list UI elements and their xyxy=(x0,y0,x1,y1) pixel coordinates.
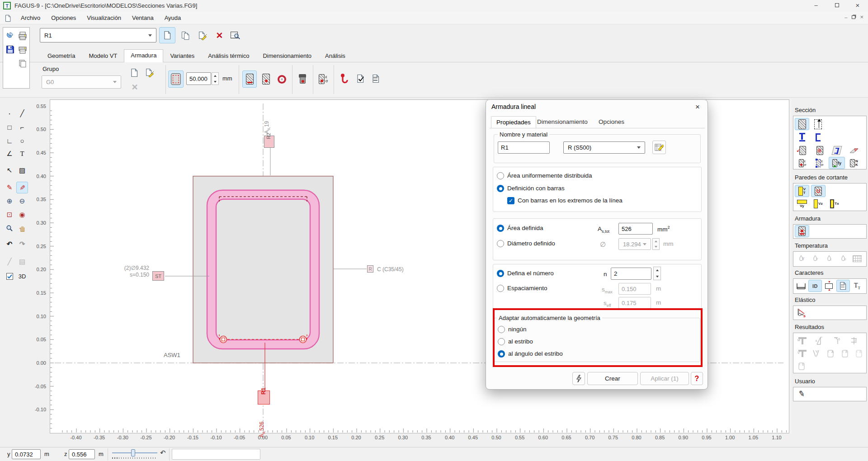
edit-pencil-tool[interactable]: ✎ xyxy=(4,182,15,193)
result-delta2-button[interactable]: δs xyxy=(852,347,866,359)
circle-tool[interactable]: ○ xyxy=(16,135,28,146)
menu-ventana[interactable]: Ventana xyxy=(127,12,159,24)
result-moment-button[interactable]: M xyxy=(794,334,811,347)
redo-button[interactable]: ↷ xyxy=(16,238,28,250)
polyline-tool[interactable]: ∟ xyxy=(4,135,15,146)
section-origin-button[interactable]: ⊕ xyxy=(811,144,828,156)
cover-toggle-button[interactable] xyxy=(168,71,184,88)
tab-armadura[interactable]: Armadura xyxy=(124,49,163,62)
section-rotate-button[interactable] xyxy=(829,144,845,156)
point-tool[interactable]: · xyxy=(4,108,15,119)
temp-table-button[interactable] xyxy=(850,253,864,265)
zoom-extents-tool[interactable] xyxy=(4,222,15,234)
dialog-tab-propiedades[interactable]: Propiedades xyxy=(491,116,536,128)
section-dashed-button[interactable] xyxy=(811,118,825,130)
shear-tx-button[interactable]: Tx xyxy=(827,198,842,210)
select-region-tool[interactable]: ▨ xyxy=(16,165,28,176)
rebar-strain-button[interactable]: εσ xyxy=(316,71,331,88)
radio-area-distribuida[interactable] xyxy=(497,172,504,179)
quick-apply-button[interactable] xyxy=(572,372,585,385)
tab-dimensionamiento[interactable]: Dimensionamiento xyxy=(256,50,318,62)
dialog-tab-dimensionamiento[interactable]: Dimensionamiento xyxy=(532,116,593,128)
strain-state2-button[interactable]: εσ xyxy=(811,157,828,169)
text-tool[interactable]: T xyxy=(16,148,28,160)
section-translate-button[interactable]: ↙ xyxy=(794,144,811,156)
bar-symbol[interactable] xyxy=(300,336,307,343)
maximize-button[interactable] xyxy=(826,0,847,12)
edit-material-button[interactable] xyxy=(652,141,666,154)
result-curvature-button[interactable]: δ xyxy=(829,334,845,347)
temp-eps-button[interactable]: ε xyxy=(822,253,836,265)
zoom-window-tool[interactable]: ⊡ xyxy=(4,209,15,221)
profile-i-button[interactable] xyxy=(795,131,809,143)
group-combo[interactable]: G0 xyxy=(42,75,121,89)
undo-button[interactable]: ↶ xyxy=(4,238,15,250)
user-draw-button[interactable]: ✎ xyxy=(794,388,809,400)
rebar-r2-tag[interactable]: R2 xyxy=(264,136,274,148)
radio-diametro-definido[interactable] xyxy=(497,240,504,247)
radio-defina-numero[interactable] xyxy=(497,270,504,277)
checkbox-barras-extremos[interactable]: ✓ xyxy=(507,197,514,204)
result-delta1-button[interactable]: δs xyxy=(838,347,852,359)
shear-vy-button[interactable]: Vy xyxy=(795,198,809,210)
edit-section-button[interactable] xyxy=(195,28,210,43)
validate-button[interactable] xyxy=(354,71,368,88)
zoom-out-tool[interactable]: ⊖ xyxy=(16,195,28,207)
n-input[interactable] xyxy=(611,268,651,280)
dimension-button[interactable] xyxy=(794,280,808,292)
section-fold-button[interactable] xyxy=(846,144,862,156)
astot-input[interactable] xyxy=(618,223,653,235)
print-preview-button[interactable] xyxy=(17,44,28,55)
section-rect-button[interactable] xyxy=(795,118,809,130)
line-tool[interactable]: ╱ xyxy=(16,108,28,119)
corner-tool[interactable]: ⌐ xyxy=(16,121,28,133)
z-coord-input[interactable] xyxy=(69,449,95,459)
bar-symbol[interactable] xyxy=(220,336,227,343)
radio-area-definida[interactable] xyxy=(497,225,504,232)
aplicar-button[interactable]: Aplicar (1) xyxy=(640,372,689,385)
radio-area-definida-label[interactable]: Área definida xyxy=(507,225,543,231)
clamp-button[interactable]: ▼ ▲ xyxy=(822,280,836,292)
tab-modelo-vt[interactable]: Modelo VT xyxy=(82,50,124,62)
cover-spinner[interactable] xyxy=(212,72,219,85)
material-combo[interactable]: R (S500) xyxy=(563,141,645,154)
measure-tool[interactable]: ╱ xyxy=(4,256,15,268)
values-doc-button[interactable] xyxy=(836,280,850,292)
menu-archivo[interactable]: Archivo xyxy=(15,12,46,24)
temp-sigma-button[interactable]: σ xyxy=(836,253,850,265)
radio-diametro-definido-label[interactable]: Diámetro definido xyxy=(507,240,555,247)
radio-espaciamiento-label[interactable]: Espaciamiento xyxy=(507,285,547,292)
menu-opciones[interactable]: Opciones xyxy=(46,12,81,24)
modify-tool[interactable]: ✎ xyxy=(16,182,28,193)
profile-c-button[interactable] xyxy=(811,131,825,143)
armadura-button[interactable] xyxy=(795,225,809,237)
section-selector-combo[interactable]: R1 xyxy=(40,28,156,42)
material-region-tag[interactable]: R xyxy=(367,265,373,273)
help-button[interactable]: ? xyxy=(691,372,703,385)
menu-ayuda[interactable]: Ayuda xyxy=(159,12,187,24)
minimize-button[interactable]: – xyxy=(806,0,826,12)
status-extra-field[interactable] xyxy=(172,449,260,460)
zoom-point-tool[interactable]: ◉ xyxy=(16,209,28,221)
tab-analisis-termico[interactable]: Análisis térmico xyxy=(201,50,256,62)
copy-section-button[interactable] xyxy=(178,28,193,43)
position-slider-thumb[interactable] xyxy=(131,449,135,456)
point-rebar-button[interactable] xyxy=(259,71,273,88)
print-button[interactable] xyxy=(17,30,28,42)
threed-toggle[interactable]: 3D xyxy=(16,270,28,282)
checkbox-barras-extremos-label[interactable]: Con barras en los extremos de la línea xyxy=(518,197,623,204)
dialog-close-button[interactable]: × xyxy=(692,102,703,113)
id-labels-button[interactable]: ID xyxy=(808,280,822,292)
diameter-combo[interactable]: 18.294 xyxy=(618,238,651,250)
diameter-spinner[interactable] xyxy=(652,238,660,250)
result-principal-button[interactable]: V xyxy=(809,347,823,359)
edit-group-button[interactable] xyxy=(143,66,156,80)
close-button[interactable]: × xyxy=(847,0,868,12)
radio-area-distribuida-label[interactable]: Área uniformemente distribuida xyxy=(507,172,592,179)
crear-button[interactable]: Crear xyxy=(587,372,638,385)
anchor-button[interactable] xyxy=(336,70,352,88)
stirrup-button[interactable] xyxy=(295,71,310,88)
temp-section-button[interactable]: T xyxy=(794,253,808,265)
result-shear-button[interactable]: V xyxy=(794,347,811,359)
rebar-name-input[interactable] xyxy=(498,141,550,154)
